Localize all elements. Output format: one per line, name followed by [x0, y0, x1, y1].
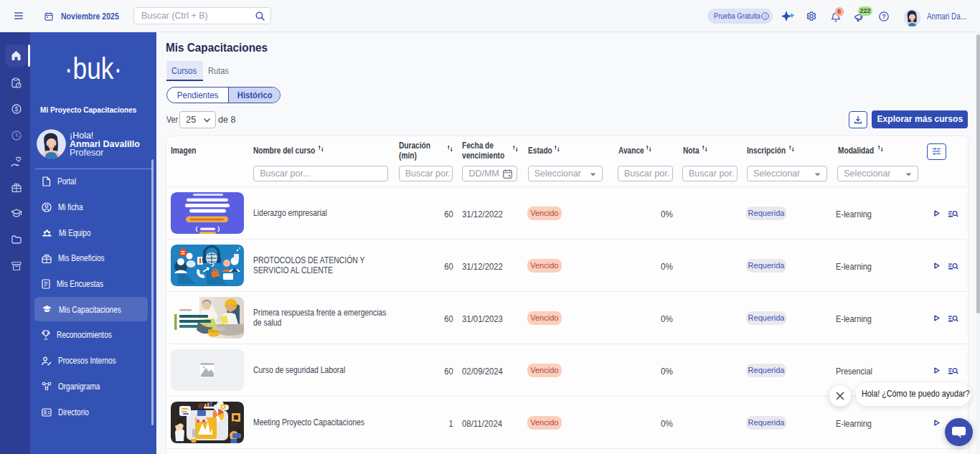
svg-text:?: ? — [882, 13, 886, 20]
svg-text:i: i — [765, 14, 766, 19]
svg-text:$: $ — [14, 105, 19, 113]
